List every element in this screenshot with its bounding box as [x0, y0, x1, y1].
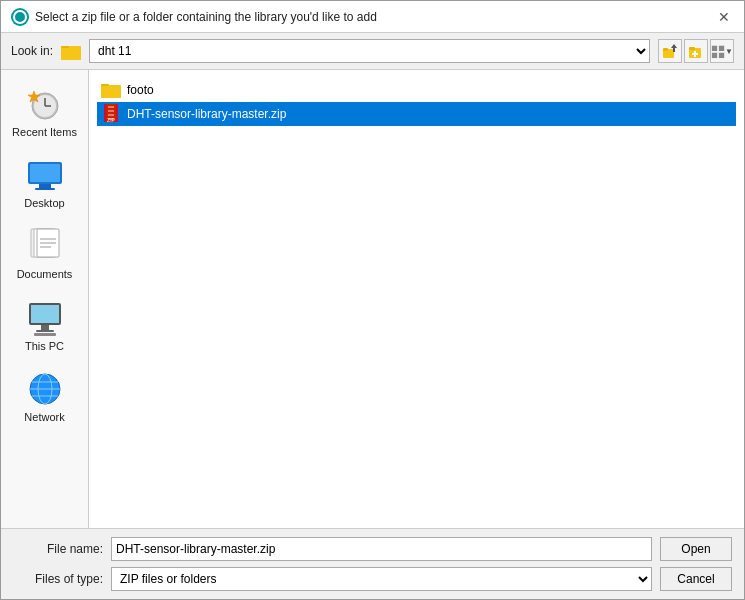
- files-of-type-row: Files of type: ZIP files or folders Canc…: [13, 567, 732, 591]
- svg-rect-33: [36, 330, 54, 332]
- svg-rect-14: [719, 53, 724, 58]
- toolbar-row: Look in: dht 11: [1, 33, 744, 69]
- file-name-label: File name:: [13, 542, 103, 556]
- thispc-label: This PC: [25, 340, 64, 353]
- network-label: Network: [24, 411, 64, 424]
- thispc-icon: [25, 298, 65, 338]
- network-icon: [25, 369, 65, 409]
- sidebar-item-network[interactable]: Network: [7, 363, 83, 430]
- sidebar-item-desktop[interactable]: Desktop: [7, 149, 83, 216]
- svg-rect-23: [35, 188, 55, 190]
- desktop-label: Desktop: [24, 197, 64, 210]
- svg-rect-47: [108, 114, 114, 116]
- dialog-title: Select a zip file or a folder containing…: [35, 10, 377, 24]
- file-name-row: File name: Open: [13, 537, 732, 561]
- main-area: Recent Items Desktop: [1, 69, 744, 529]
- svg-rect-45: [108, 106, 114, 108]
- svg-rect-34: [34, 333, 56, 336]
- sidebar-item-documents[interactable]: Documents: [7, 220, 83, 287]
- file-name-dht: DHT-sensor-library-master.zip: [127, 107, 286, 121]
- arduino-logo-icon: [11, 8, 29, 26]
- svg-rect-6: [673, 47, 675, 52]
- svg-rect-11: [712, 46, 717, 51]
- svg-rect-31: [31, 305, 59, 323]
- svg-rect-46: [108, 110, 114, 112]
- up-one-level-button[interactable]: [658, 39, 682, 63]
- svg-rect-12: [719, 46, 724, 51]
- cancel-button[interactable]: Cancel: [660, 567, 732, 591]
- svg-rect-8: [689, 47, 695, 50]
- svg-rect-22: [39, 184, 51, 188]
- file-name-footo: footo: [127, 83, 154, 97]
- sidebar-item-recent[interactable]: Recent Items: [7, 78, 83, 145]
- folder-file-icon: [101, 80, 121, 100]
- documents-icon: [25, 226, 65, 266]
- svg-rect-13: [712, 53, 717, 58]
- open-button[interactable]: Open: [660, 537, 732, 561]
- view-menu-button[interactable]: ▼: [710, 39, 734, 63]
- svg-rect-32: [41, 325, 49, 330]
- titlebar-left: Select a zip file or a folder containing…: [11, 8, 377, 26]
- list-item[interactable]: footo: [97, 78, 736, 102]
- titlebar: Select a zip file or a folder containing…: [1, 1, 744, 33]
- documents-label: Documents: [17, 268, 73, 281]
- desktop-icon: [25, 155, 65, 195]
- toolbar-buttons: ▼: [658, 39, 734, 63]
- svg-rect-42: [101, 86, 121, 98]
- svg-rect-21: [30, 164, 60, 182]
- files-of-type-label: Files of type:: [13, 572, 103, 586]
- folder-icon: [61, 42, 81, 60]
- svg-text:ZIP: ZIP: [107, 117, 115, 123]
- files-of-type-select[interactable]: ZIP files or folders: [111, 567, 652, 591]
- dialog: Select a zip file or a folder containing…: [0, 0, 745, 600]
- look-in-select[interactable]: dht 11: [89, 39, 650, 63]
- list-item[interactable]: ZIP DHT-sensor-library-master.zip: [97, 102, 736, 126]
- recent-items-icon: [25, 84, 65, 124]
- new-folder-button[interactable]: [684, 39, 708, 63]
- sidebar-item-thispc[interactable]: This PC: [7, 292, 83, 359]
- recent-items-label: Recent Items: [12, 126, 77, 139]
- file-area: footo ZIP DHT-sensor-librar: [89, 70, 744, 528]
- svg-rect-2: [61, 48, 81, 60]
- file-name-input[interactable]: [111, 537, 652, 561]
- close-button[interactable]: ✕: [714, 7, 734, 27]
- svg-rect-4: [663, 48, 668, 51]
- bottom-area: File name: Open Files of type: ZIP files…: [1, 529, 744, 599]
- look-in-label: Look in:: [11, 44, 53, 58]
- sidebar: Recent Items Desktop: [1, 70, 89, 528]
- zip-file-icon: ZIP: [101, 104, 121, 124]
